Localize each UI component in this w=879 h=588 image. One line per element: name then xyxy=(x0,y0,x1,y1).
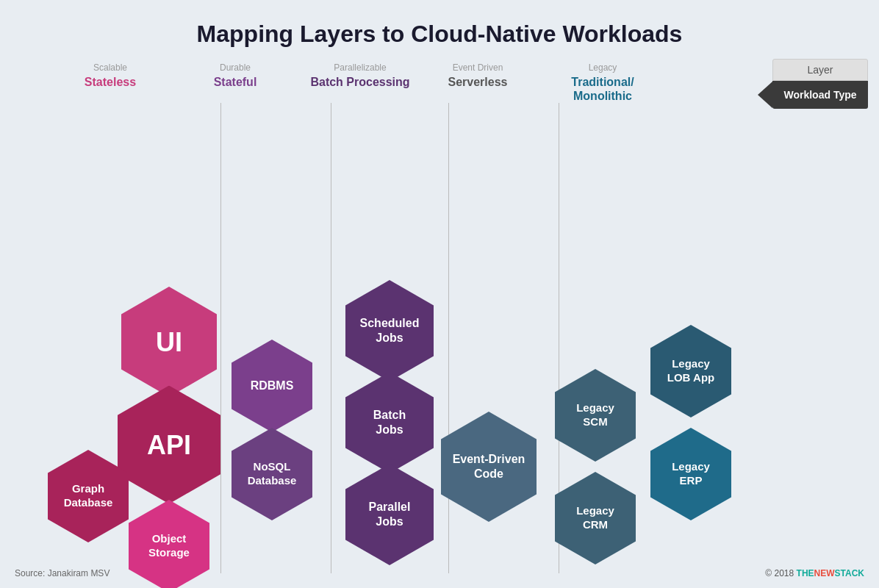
footer-brand-the: THE xyxy=(797,568,814,578)
legend: Layer Workload Type xyxy=(772,59,868,109)
hex-parallel-jobs: Parallel Jobs xyxy=(345,464,434,565)
hex-scheduled-jobs: Scheduled Jobs xyxy=(345,280,434,381)
legend-layer-label: Layer xyxy=(772,59,868,81)
page-title: Mapping Layers to Cloud-Native Workloads xyxy=(0,0,879,55)
hex-api: API xyxy=(118,386,220,504)
hex-legacy-crm: Legacy CRM xyxy=(555,472,636,564)
hex-legacy-lob: Legacy LOB App xyxy=(650,325,731,417)
hex-rdbms: RDBMS xyxy=(232,340,312,432)
hex-batch-jobs: Batch Jobs xyxy=(345,372,434,473)
legend-arrow xyxy=(758,82,772,108)
footer-brand-stack: STACK xyxy=(835,568,864,578)
hex-ui: UI xyxy=(121,287,217,397)
footer-right: © 2018 THENEWSTACK xyxy=(765,568,864,578)
hex-nosql: NoSQL Database xyxy=(232,428,312,520)
diagram-area: Scalable Stateless Durable Stateful Para… xyxy=(0,55,879,584)
hex-legacy-erp: Legacy ERP xyxy=(650,428,731,520)
footer-source: Source: Janakiram MSV xyxy=(15,568,110,578)
hex-legacy-scm: Legacy SCM xyxy=(555,369,636,462)
legend-workload-label: Workload Type xyxy=(783,88,858,101)
footer-copyright: © 2018 xyxy=(765,568,794,578)
hex-graph-db: Graph Database xyxy=(48,450,129,542)
hex-event-driven: Event-Driven Code xyxy=(441,412,537,522)
hex-object-storage: Object Storage xyxy=(129,500,209,588)
footer-brand-new: NEW xyxy=(814,568,835,578)
